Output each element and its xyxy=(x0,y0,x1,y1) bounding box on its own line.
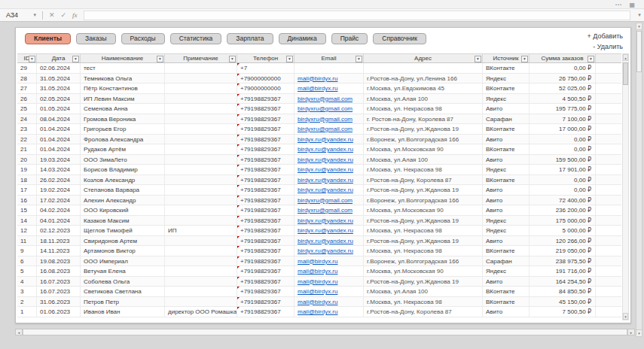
cell-note[interactable] xyxy=(165,205,237,215)
sheet-tab[interactable]: Клиенты xyxy=(25,33,71,44)
window-scroll-up-icon[interactable]: ▾ xyxy=(636,23,642,30)
cell-id[interactable]: 2 xyxy=(17,297,37,307)
cell-phone[interactable]: +79198829367 xyxy=(237,114,295,124)
cell-id[interactable]: 5 xyxy=(17,266,37,276)
cell-name[interactable]: Рудаков Артём xyxy=(81,144,165,154)
cell-note[interactable] xyxy=(165,83,237,93)
cell-empty[interactable] xyxy=(596,297,621,307)
cell-source[interactable]: ВКонтакте xyxy=(483,83,530,93)
email-link[interactable]: birdyx.ru@yandex.ru xyxy=(298,166,353,173)
cell-date[interactable]: 02.06.2024 xyxy=(37,63,81,73)
cell-name[interactable]: Артамонов Виктор xyxy=(81,246,165,256)
cell-source[interactable]: Яндекс xyxy=(483,94,530,104)
cell-name[interactable]: Петров Петр xyxy=(81,297,165,307)
cell-date[interactable]: 16.08.2023 xyxy=(37,266,81,276)
cell-email[interactable]: birdyx.ru@yandex.ru xyxy=(295,216,364,226)
cell-source[interactable]: Яндекс xyxy=(483,266,530,276)
cell-address[interactable]: г.Москва, ул.Московская 90 xyxy=(364,266,483,276)
cell-date[interactable]: 31.06.2023 xyxy=(37,297,81,307)
cell-total[interactable]: 72 400,00 ₽ xyxy=(530,196,596,205)
cell-date[interactable]: 01.04.2024 xyxy=(37,124,81,134)
cell-empty[interactable] xyxy=(596,165,621,174)
window-vertical-scrollbar[interactable]: ▾ ▾ xyxy=(636,23,642,337)
vertical-scroll-thumb[interactable] xyxy=(623,62,628,85)
cell-phone[interactable]: +79198829367 xyxy=(237,135,295,144)
cell-note[interactable] xyxy=(165,165,237,174)
cell-date[interactable]: 01.04.2024 xyxy=(37,144,81,154)
horizontal-scrollbar[interactable]: ◂ ▸ xyxy=(15,329,635,335)
cell-total[interactable]: 0,00 ₽ xyxy=(530,135,596,144)
horizontal-scroll-thumb[interactable] xyxy=(23,329,627,335)
cell-name[interactable]: Казаков Максим xyxy=(81,216,165,226)
cell-date[interactable]: 01.05.2024 xyxy=(37,104,81,114)
cell-email[interactable]: birdyx.ru@yandex.ru xyxy=(295,246,364,256)
cell-empty[interactable] xyxy=(596,155,621,165)
cell-id[interactable]: 27 xyxy=(17,83,37,93)
cell-phone[interactable]: +79198829367 xyxy=(237,94,295,104)
cell-address[interactable]: г.Москва, ул.Московская 90 xyxy=(364,205,483,215)
cell-total[interactable]: 84 850,50 ₽ xyxy=(530,287,596,296)
email-link[interactable]: mail@birdyx.ru xyxy=(298,288,337,295)
cell-email[interactable]: birdyxru@gmail.com xyxy=(295,104,364,114)
cell-date[interactable]: 16.07.2023 xyxy=(37,277,81,287)
scroll-right-icon[interactable]: ▸ xyxy=(627,329,634,335)
email-link[interactable]: birdyx.ru@yandex.ru xyxy=(298,156,353,163)
cell-email[interactable]: birdyxru@gmail.com xyxy=(295,94,364,104)
cell-email[interactable]: mail@birdyx.ru xyxy=(295,287,364,296)
filter-dropdown-icon[interactable]: ▾ xyxy=(475,56,481,62)
cell-note[interactable]: ИП xyxy=(165,226,237,235)
email-link[interactable]: birdyx.ru@yandex.ru xyxy=(298,217,353,224)
email-link[interactable]: mail@birdyx.ru xyxy=(298,258,337,265)
cell-source[interactable]: Авито xyxy=(483,135,530,144)
cell-note[interactable] xyxy=(165,144,237,154)
cell-empty[interactable] xyxy=(596,104,621,114)
cell-total[interactable]: 17 901,00 ₽ xyxy=(530,165,596,174)
cell-email[interactable] xyxy=(295,63,364,73)
cell-empty[interactable] xyxy=(596,266,621,276)
cell-note[interactable] xyxy=(165,94,237,104)
sheet-tab[interactable]: Заказы xyxy=(76,33,115,44)
cancel-entry-icon[interactable]: ✕ xyxy=(46,11,58,19)
cell-email[interactable]: birdyxru@gmail.com xyxy=(295,114,364,124)
cell-date[interactable]: 16.07.2023 xyxy=(37,287,81,296)
cell-empty[interactable] xyxy=(596,216,621,226)
cell-source[interactable]: Авито xyxy=(483,307,530,317)
cell-address[interactable]: г.Воронеж, ул.Волгоградская 166 xyxy=(364,256,483,266)
formula-input[interactable] xyxy=(84,11,630,20)
cell-phone[interactable]: +79198829367 xyxy=(237,287,295,296)
cell-date[interactable]: 14.11.2023 xyxy=(37,246,81,256)
cell-phone[interactable]: +79198829367 xyxy=(237,124,295,134)
cell-source[interactable]: Сарафан xyxy=(483,256,530,266)
cell-phone[interactable]: +79198829367 xyxy=(237,216,295,226)
cell-total[interactable]: 191 716,00 ₽ xyxy=(530,266,596,276)
cell-total[interactable]: 52 025,00 ₽ xyxy=(530,83,596,93)
cell-address[interactable]: г.Ростов-на-Дону, Королева 87 xyxy=(364,307,483,317)
cell-phone[interactable]: +7 xyxy=(237,63,295,73)
cell-id[interactable]: 29 xyxy=(17,63,37,73)
cell-date[interactable]: 14.03.2024 xyxy=(37,165,81,174)
cell-address[interactable]: г.Ростов-на-Дону, ул.Жданова 19 xyxy=(364,277,483,287)
cell-source[interactable]: Яндекс xyxy=(483,165,530,174)
cell-source[interactable]: Сарафан xyxy=(483,114,530,124)
email-link[interactable]: birdyxru@gmail.com xyxy=(298,105,353,112)
cell-address[interactable]: г.Москва, ул.Московская 90 xyxy=(364,144,483,154)
add-row-button[interactable]: + Добавить xyxy=(587,32,623,40)
cell-name[interactable]: Громова Вероника xyxy=(81,114,165,124)
cell-total[interactable]: 164 254,50 ₽ xyxy=(530,277,596,287)
cell-address[interactable]: г.Ростов-на-Дону, ул.Жданова 19 xyxy=(364,185,483,195)
cell-email[interactable]: birdyx.ru@yandex.ru xyxy=(295,144,364,154)
cell-note[interactable] xyxy=(165,236,237,246)
cell-total[interactable]: 0,00 ₽ xyxy=(530,144,596,154)
cell-phone[interactable]: +79198829367 xyxy=(237,196,295,205)
cell-total[interactable]: 26 750,00 ₽ xyxy=(530,74,596,83)
cell-id[interactable]: 1 xyxy=(17,307,37,317)
sheet-tab[interactable]: Прайс xyxy=(331,33,368,44)
cell-address[interactable]: г.Ростов-на-Дону, ул.Ленина 166 xyxy=(364,74,483,83)
cell-source[interactable]: ВКонтакте xyxy=(483,287,530,296)
cell-id[interactable]: 23 xyxy=(17,124,37,134)
sheet-tab[interactable]: Зарплата xyxy=(227,33,273,44)
table-view-icon[interactable]: ▦ xyxy=(629,2,635,8)
cell-phone[interactable]: +79198829367 xyxy=(237,256,295,266)
sheet-tab[interactable]: Справочник xyxy=(373,33,426,44)
cell-name[interactable]: Ветучая Елена xyxy=(81,266,165,276)
